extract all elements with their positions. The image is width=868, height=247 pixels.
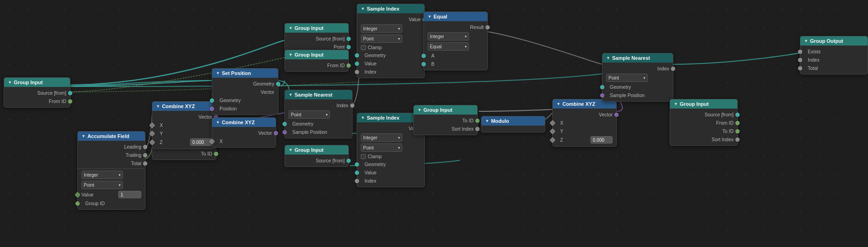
socket-source-gi5-out[interactable]	[347, 159, 351, 163]
socket-a-in[interactable]	[422, 54, 426, 58]
node-header-group-input-3: ▼ Group Input	[285, 50, 348, 59]
z-value-cxyz3[interactable]: 0.000	[590, 136, 613, 144]
socket-index-in-si2[interactable]	[355, 179, 359, 183]
socket-source-gi7-out[interactable]	[735, 113, 740, 117]
socket-sample-pos-in-sn2[interactable]	[600, 93, 604, 98]
socket-from-id-gi7-out[interactable]	[735, 121, 740, 125]
socket-z-in-cxyz1[interactable]	[149, 139, 155, 145]
socket-from-id-out[interactable]	[68, 99, 72, 103]
select-point-acc[interactable]: Point ▾	[81, 181, 123, 189]
node-row-total-in-go: Total	[800, 64, 868, 72]
node-row-sample-pos-in-sn1: Sample Position	[285, 128, 352, 136]
socket-position-in-sp[interactable]	[210, 107, 214, 111]
socket-index-out-sn1[interactable]	[350, 103, 354, 108]
select-integer-si1[interactable]: Integer ▾	[361, 24, 402, 33]
socket-result-out[interactable]	[486, 25, 490, 29]
socket-source-from-out[interactable]	[68, 91, 72, 95]
node-row-vector-out-cxyz1: Vector	[152, 113, 216, 121]
socket-group-id-in[interactable]	[75, 201, 80, 206]
node-row-dropdown-integer-eq[interactable]: Integer ▾	[424, 31, 487, 41]
socket-to-id-gi7-out[interactable]	[735, 129, 740, 133]
node-combine-xyz-1: ▼ Combine XYZ Vector X Y Z 0.000	[152, 101, 216, 149]
socket-vector-out-cxyz3[interactable]	[614, 113, 619, 117]
node-row-dropdown-point-sn1[interactable]: Point ▾	[285, 109, 352, 120]
socket-geometry-in-sp[interactable]	[210, 98, 214, 103]
node-row-dropdown-integer-si1[interactable]: Integer ▾	[357, 23, 424, 34]
socket-index-in-si1[interactable]	[355, 70, 359, 74]
node-header-sample-nearest-2: ▼ Sample Nearest	[602, 53, 673, 63]
socket-geometry-out-sp[interactable]	[276, 82, 280, 86]
node-sample-nearest-2: ▼ Sample Nearest Index Point ▾ Geometry …	[602, 53, 673, 102]
socket-to-id-gi4-out[interactable]	[214, 152, 218, 156]
socket-point-gi2-out[interactable]	[347, 45, 351, 49]
socket-value-in-acc[interactable]	[75, 192, 81, 198]
select-point-sn2[interactable]: Point ▾	[606, 74, 648, 82]
socket-z-in-cxyz3[interactable]	[550, 137, 556, 143]
node-row-dropdown-equal-eq[interactable]: Equal ▾	[424, 41, 487, 52]
node-row-value-in-si2: Value	[357, 168, 424, 177]
checkbox-clamp-box-si1[interactable]	[361, 45, 366, 50]
select-point-sn1[interactable]: Point ▾	[289, 110, 330, 119]
node-set-position: ▼ Set Position Geometry Vector Geometry …	[212, 68, 278, 115]
socket-total-out[interactable]	[143, 161, 147, 166]
node-header-modulo: ▼ Modulo	[481, 116, 545, 126]
socket-x-in-cxyz1[interactable]	[149, 122, 155, 128]
node-row-x-in-cxyz2: X	[212, 137, 276, 145]
node-row-dropdown-integer-acc[interactable]: Integer ▾	[78, 170, 145, 180]
socket-exists-in[interactable]	[798, 50, 802, 54]
node-row-x-in-cxyz1: X	[152, 121, 216, 129]
node-group-output: ▼ Group Output Exists Index Total	[800, 36, 868, 75]
socket-geometry-in-si2[interactable]	[355, 162, 359, 167]
socket-trailing-out[interactable]	[143, 153, 147, 157]
node-row-a-in: A	[424, 52, 487, 60]
node-row-dropdown-point-sn2[interactable]: Point ▾	[602, 73, 673, 83]
node-canvas[interactable]: ▼ Group Input Source [from] From ID ▼ Ac…	[0, 0, 868, 247]
node-row-y-in-cxyz3: Y	[553, 127, 616, 135]
socket-b-in[interactable]	[422, 62, 426, 66]
node-row-group-id: Group ID	[78, 199, 145, 207]
socket-x-in-cxyz3[interactable]	[550, 120, 556, 126]
node-row-value-out-si1: Value	[357, 15, 424, 23]
select-equal-eq[interactable]: Equal ▾	[428, 42, 469, 51]
node-group-input-3: ▼ Group Input From ID	[284, 50, 349, 72]
socket-index-in-go[interactable]	[798, 58, 802, 62]
select-point-si2[interactable]: Point ▾	[361, 144, 402, 152]
socket-from-id-gi3-out[interactable]	[347, 63, 351, 68]
node-row-geometry-in-si1: Geometry	[357, 51, 424, 59]
checkbox-clamp-box-si2[interactable]	[361, 154, 366, 159]
socket-index-out-sn2[interactable]	[671, 67, 675, 71]
socket-y-in-cxyz1[interactable]	[149, 131, 155, 137]
socket-source-gi2-out[interactable]	[347, 37, 351, 41]
node-accumulate-field: ▼ Accumulate Field Leading Trailing Tota…	[77, 131, 145, 210]
select-point-si1[interactable]: Point ▾	[361, 34, 402, 43]
socket-y-in-cxyz3[interactable]	[550, 128, 556, 134]
value-input-acc[interactable]: 1	[118, 191, 141, 198]
socket-sample-pos-in-sn1[interactable]	[283, 130, 287, 134]
node-group-input-1: ▼ Group Input Source [from] From ID	[4, 77, 70, 108]
node-row-dropdown-point-acc[interactable]: Point ▾	[78, 180, 145, 190]
select-integer-si2[interactable]: Integer ▾	[361, 133, 402, 142]
socket-total-in-go[interactable]	[798, 66, 802, 70]
checkbox-clamp-si2[interactable]: Clamp	[357, 153, 424, 160]
select-integer-eq[interactable]: Integer ▾	[428, 32, 469, 40]
node-row-index-in-go: Index	[800, 56, 868, 64]
socket-sort-index-gi6-out[interactable]	[475, 127, 480, 131]
node-combine-xyz-2: ▼ Combine XYZ Vector X	[212, 117, 276, 148]
z-value-cxyz1[interactable]: 0.000	[190, 138, 212, 146]
socket-sort-index-gi7-out[interactable]	[735, 138, 740, 142]
node-row-dropdown-point-si2[interactable]: Point ▾	[357, 143, 424, 153]
socket-geometry-in-sn1[interactable]	[283, 122, 287, 126]
socket-value-in-si2[interactable]	[355, 171, 359, 175]
socket-value-in-si1[interactable]	[355, 62, 359, 66]
socket-vector-out-cxyz2[interactable]	[274, 131, 278, 135]
checkbox-clamp-si1[interactable]: Clamp	[357, 44, 424, 51]
socket-to-id-gi6-out[interactable]	[475, 119, 480, 123]
socket-geometry-in-sn2[interactable]	[600, 85, 604, 89]
node-header-group-input-1: ▼ Group Input	[4, 78, 70, 87]
node-row-sample-pos-in-sn2: Sample Position	[602, 91, 673, 99]
socket-geometry-in-si1[interactable]	[355, 53, 359, 57]
socket-leading-out[interactable]	[143, 145, 147, 149]
select-integer-acc[interactable]: Integer ▾	[81, 171, 123, 179]
node-header-group-input-7: ▼ Group Input	[670, 99, 737, 109]
node-row-dropdown-point-si1[interactable]: Point ▾	[357, 34, 424, 44]
